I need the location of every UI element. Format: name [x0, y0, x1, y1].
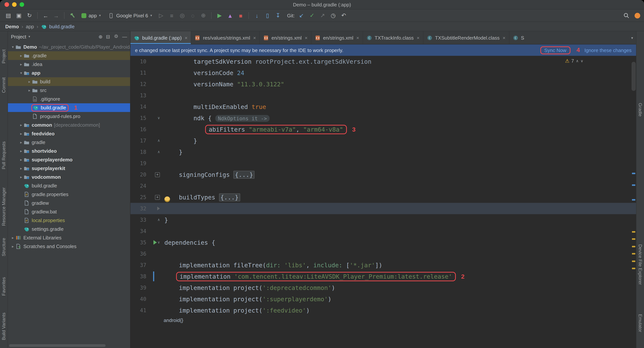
save-all-icon[interactable]: ▣: [14, 11, 24, 20]
line-number[interactable]: 11: [130, 70, 148, 76]
code-text[interactable]: implementation project(':superplayerdemo…: [160, 296, 636, 302]
minimize-window-button[interactable]: [12, 2, 16, 7]
collapse-all-icon[interactable]: ⊟: [106, 34, 110, 40]
inspections-widget[interactable]: ⚠ 7 ∧ ∨: [565, 58, 583, 64]
code-text[interactable]: implementation project(':deprecatedcommo…: [160, 284, 636, 291]
tree-item-build-gradle[interactable]: build.gradle1: [8, 103, 130, 112]
git-commit-icon[interactable]: ✓: [308, 11, 316, 20]
chevron-right-icon[interactable]: ▸: [18, 175, 24, 179]
hide-panel-icon[interactable]: —: [122, 34, 127, 40]
code-line-32[interactable]: 32: [130, 203, 636, 214]
fold-open-icon[interactable]: ∨: [158, 240, 160, 244]
line-number[interactable]: 24: [130, 183, 148, 189]
code-line-11[interactable]: 11 versionCode 24: [130, 67, 636, 78]
tool-strip-item-commit[interactable]: Commit: [0, 77, 8, 93]
close-icon[interactable]: ×: [417, 35, 420, 40]
code-line-35[interactable]: 35∨dependencies {: [130, 237, 636, 248]
chevron-right-icon[interactable]: ▸: [18, 140, 24, 144]
close-icon[interactable]: ×: [305, 35, 308, 40]
code-line-39[interactable]: 39 implementation project(':deprecatedco…: [130, 282, 636, 293]
code-text[interactable]: versionCode 24: [160, 69, 636, 76]
tool-strip-item-resource-manager[interactable]: Resource Manager: [0, 188, 8, 226]
editor-breadcrumb[interactable]: android{}: [130, 316, 636, 324]
fold-expand-icon[interactable]: +: [155, 172, 160, 177]
scrollbar-thumb[interactable]: [632, 62, 636, 91]
next-warning-icon[interactable]: ∨: [580, 59, 583, 63]
tree-item-gradle[interactable]: ▸gradle: [8, 138, 130, 147]
tree-item--gradle[interactable]: ▸.gradle: [8, 51, 130, 60]
tool-strip-item-device-file-explorer[interactable]: Device File Explorer: [636, 244, 644, 285]
chevron-down-icon[interactable]: ▾: [10, 45, 16, 49]
error-stripe-scrollbar[interactable]: [631, 56, 636, 348]
tree-item-vodcommon[interactable]: ▸vodcommon: [8, 173, 130, 181]
history-icon[interactable]: ◷: [328, 11, 338, 20]
code-text[interactable]: abiFilters "armeabi-v7a", "arm64-v8a"3: [160, 124, 636, 134]
upgrade-assistant-icon[interactable]: [634, 13, 640, 18]
editor-tab[interactable]: CS: [509, 31, 528, 44]
close-icon[interactable]: ×: [356, 35, 359, 40]
tree-item-common[interactable]: ▸common [deprecatedcommon]: [8, 121, 130, 129]
line-number[interactable]: 14: [130, 104, 148, 110]
code-text[interactable]: versionName "11.3.0.3122": [160, 80, 636, 88]
tool-strip-item-pull-requests[interactable]: Pull Requests: [0, 142, 8, 169]
line-number[interactable]: 10: [130, 58, 148, 64]
chevron-right-icon[interactable]: ▸: [10, 244, 16, 248]
git-update-icon[interactable]: ↙: [297, 11, 306, 20]
tree-item-settings-gradle[interactable]: settings.gradle: [8, 225, 130, 234]
device-manager-icon[interactable]: ▯: [263, 11, 272, 20]
code-line-34[interactable]: 34: [130, 226, 636, 237]
line-number[interactable]: 15: [130, 115, 148, 121]
close-icon[interactable]: ×: [502, 35, 506, 40]
locate-file-icon[interactable]: ⊕: [98, 34, 102, 40]
code-text[interactable]: dependencies {: [160, 239, 636, 246]
tree-item-scratches-and-consoles[interactable]: ▸Scratches and Consoles: [8, 242, 130, 251]
fold-close-icon[interactable]: ∧: [158, 218, 160, 222]
code-line-10[interactable]: 10 targetSdkVersion rootProject.ext.targ…: [130, 56, 636, 67]
tree-item--gitignore[interactable]: .gitignore: [8, 95, 130, 103]
code-line-24[interactable]: 24: [130, 180, 636, 192]
search-icon[interactable]: [622, 11, 631, 20]
line-number[interactable]: 37: [130, 262, 148, 268]
device-select[interactable]: Google Pixel 6▾: [105, 11, 155, 20]
code-line-14[interactable]: 14 multiDexEnabled true: [130, 101, 636, 112]
code-text[interactable]: }: [160, 137, 636, 144]
profiler-icon[interactable]: ▲: [226, 11, 235, 20]
close-icon[interactable]: ×: [185, 35, 188, 40]
editor-tab[interactable]: en/strings.xml×: [312, 31, 363, 44]
editor-tab[interactable]: CTXSubtitleRenderModel.class×: [423, 31, 509, 44]
intention-bulb-icon[interactable]: [164, 196, 170, 202]
breadcrumb-item[interactable]: app: [26, 24, 34, 29]
tree-item--idea[interactable]: ▸.idea: [8, 60, 130, 68]
chevron-right-icon[interactable]: ▸: [27, 80, 32, 84]
chevron-down-icon[interactable]: ▾: [28, 35, 30, 38]
tree-item-superplayerdemo[interactable]: ▸superplayerdemo: [8, 155, 130, 164]
breadcrumb-item[interactable]: Demo: [5, 24, 19, 29]
undo-icon[interactable]: ↶: [339, 11, 348, 20]
device-sync-icon[interactable]: ↓: [252, 11, 262, 20]
tree-item-src[interactable]: ▸src: [8, 86, 130, 95]
forward-icon[interactable]: →: [52, 11, 61, 20]
line-number[interactable]: 18: [130, 149, 148, 155]
code-line-13[interactable]: 13: [130, 90, 636, 101]
code-line-25[interactable]: 25+ buildTypes {...}: [130, 192, 636, 203]
code-text[interactable]: targetSdkVersion rootProject.ext.targetS…: [160, 58, 636, 65]
tree-item-feedvideo[interactable]: ▸feedvideo: [8, 129, 130, 138]
editor-tab[interactable]: CTXTrackInfo.class×: [363, 31, 423, 44]
sync-ide-icon[interactable]: ↻: [25, 11, 34, 20]
line-number[interactable]: 36: [130, 251, 148, 257]
code-line-17[interactable]: 17∧ }: [130, 135, 636, 146]
stop-icon[interactable]: ■: [236, 11, 245, 20]
editor-tab[interactable]: res/values/strings.xml×: [191, 31, 260, 44]
git-push-icon[interactable]: ↗: [318, 11, 327, 20]
code-text[interactable]: multiDexEnabled true: [160, 103, 636, 110]
tree-item-build[interactable]: ▸build: [8, 77, 130, 86]
tool-strip-item-favorites[interactable]: Favorites: [0, 277, 8, 296]
tree-item-superplayerkit[interactable]: ▸superplayerkit: [8, 164, 130, 173]
fold-close-icon[interactable]: ∧: [158, 150, 160, 154]
code-line-33[interactable]: 33∧}: [130, 214, 636, 226]
line-number[interactable]: 20: [130, 172, 148, 178]
tree-item-local-properties[interactable]: local.properties: [8, 216, 130, 225]
tree-item-demo[interactable]: ▾Demo ~/av_project_code/Github/Player_An…: [8, 42, 130, 51]
sync-now-button[interactable]: Sync Now: [544, 47, 566, 53]
sync-gradle-icon[interactable]: ⊕: [199, 11, 208, 20]
